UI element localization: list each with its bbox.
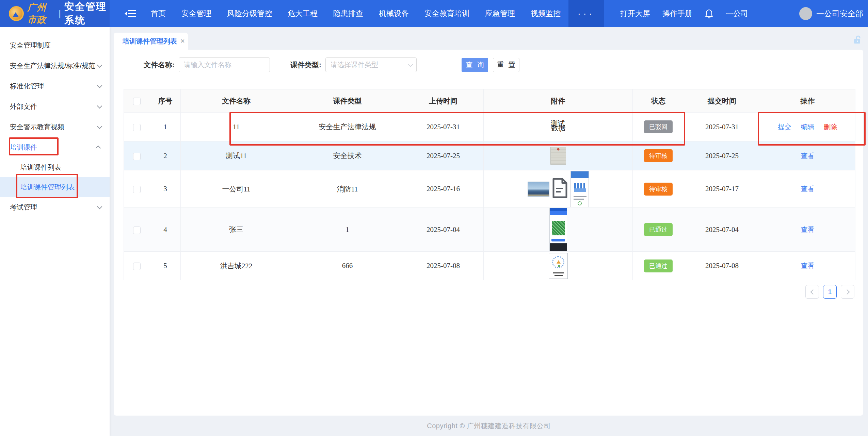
file-name-label: 文件名称: [144,60,175,70]
copyright-text: Copyright © 广州穗建建造科技有限公司 [427,421,550,431]
attachment-certificate-image[interactable] [550,147,566,165]
next-page-button[interactable] [841,285,854,299]
row-checkbox[interactable] [133,227,141,234]
status-badge: 待审核 [644,183,673,196]
nav-item-4[interactable]: 隐患排查 [325,0,371,27]
col-attachment: 附件 [484,89,633,113]
status-badge: 已通过 [644,259,673,272]
attachment-photo-image[interactable] [528,182,549,197]
app-title: 安全管理系统 [64,0,110,27]
unlocked-padlock-icon[interactable] [852,35,863,46]
col-upload-time: 上传时间 [403,89,484,113]
attachment-emblem-image[interactable] [549,253,568,279]
nav-item-3[interactable]: 危大工程 [280,0,325,27]
file-name-input[interactable] [179,57,270,72]
attachment-poster-image[interactable] [570,171,589,207]
attachment-phone-screenshot-image[interactable] [549,208,567,251]
view-action-link[interactable]: 查看 [801,262,815,269]
chevron-down-icon [97,103,102,108]
nav-item-1[interactable]: 安全管理 [174,0,219,27]
sidebar-subitem-courseware-list[interactable]: 培训课件列表 [0,157,110,177]
view-action-link[interactable]: 查看 [801,185,815,192]
nav-item-8[interactable]: 视频监控 [523,0,568,27]
query-button[interactable]: 查 询 [462,58,488,72]
sidebar-subitem-courseware-manage-list[interactable]: 培训课件管理列表 [0,177,110,197]
courseware-type-select[interactable]: 请选择课件类型 [325,57,417,72]
col-file-name: 文件名称 [181,89,292,113]
navbar-right: 打开大屏 操作手册 一公司 一公司安全部 [608,0,868,27]
table-header-row: 序号 文件名称 课件类型 上传时间 附件 状态 提交时间 操作 [124,89,855,113]
sidebar: 安全管理制度 安全生产法律法规/标准/规范 标准化管理 外部文件 安全警示教育视… [0,27,110,436]
logo-divider: | [59,9,61,19]
view-action-link[interactable]: 查看 [801,152,815,160]
submit-action-link[interactable]: 提交 [778,123,791,131]
col-type: 课件类型 [292,89,403,113]
page-1-button[interactable]: 1 [823,285,837,299]
top-navbar: 广州市政 | 安全管理系统 首页安全管理风险分级管控危大工程隐患排查机械设备安全… [0,0,868,27]
chevron-left-icon [810,289,816,295]
sidebar-item-warning-videos[interactable]: 安全警示教育视频 [0,117,110,137]
sidebar-item-safety-rules[interactable]: 安全管理制度 [0,35,110,55]
logo-area: 广州市政 | 安全管理系统 [0,0,110,27]
chevron-down-icon [408,62,413,66]
courseware-type-label: 课件类型: [290,60,321,70]
chevron-down-icon [97,123,102,129]
status-badge: 已驳回 [644,120,673,133]
col-no: 序号 [150,89,181,113]
status-badge: 待审核 [644,149,673,162]
company-menu[interactable]: 一公司 [726,9,748,19]
open-big-screen-button[interactable]: 打开大屏 [620,9,650,19]
nav-item-5[interactable]: 机械设备 [371,0,417,27]
table-row: 4 张三 1 2025-07-04 已通过 2025-07-04 [124,208,855,252]
col-submit-time: 提交时间 [684,89,760,113]
row-checkbox[interactable] [133,124,141,131]
select-all-checkbox[interactable] [133,98,141,105]
attachment-document-file-icon[interactable] [551,178,568,201]
attachment-overlapping-text[interactable]: 测试 数据 , [484,117,632,137]
table-row: 2 测试11 安全技术 2025-07-25 待审核 2025-07-25 查看 [124,141,855,170]
reset-button[interactable]: 重 置 [493,58,519,72]
collapse-sidebar-icon[interactable] [125,9,136,19]
main-content-card: 文件名称: 课件类型: 请选择课件类型 查 询 重 置 序号 文件名称 [114,50,863,416]
manual-button[interactable]: 操作手册 [662,9,692,19]
sidebar-item-exam-management[interactable]: 考试管理 [0,197,110,217]
chevron-down-icon [97,83,102,88]
chevron-down-icon [97,62,102,68]
logo-text: 广州市政 [27,1,54,26]
sidebar-item-external-files[interactable]: 外部文件 [0,96,110,117]
user-department-label[interactable]: 一公司安全部 [816,9,863,19]
nav-item-0[interactable]: 首页 [143,0,174,27]
sidebar-item-training-courseware[interactable]: 培训课件 [0,137,110,157]
edit-action-link[interactable]: 编辑 [801,123,815,131]
status-badge: 已通过 [644,223,673,236]
sidebar-item-laws[interactable]: 安全生产法律法规/标准/规范 [0,55,110,76]
company-logo-icon [9,6,24,21]
pagination: 1 [114,285,854,299]
sidebar-item-standardization[interactable]: 标准化管理 [0,76,110,96]
nav-item-6[interactable]: 安全教育培训 [417,0,477,27]
table-row: 1 11 安全生产法律法规 2025-07-31 测试 数据 , 已驳回 202… [124,113,855,141]
footer: Copyright © 广州穗建建造科技有限公司 [110,416,868,436]
delete-action-link[interactable]: 删除 [824,123,837,131]
col-actions: 操作 [760,89,855,113]
nav-menu: 首页安全管理风险分级管控危大工程隐患排查机械设备安全教育培训应急管理视频监控 [143,0,568,27]
tab-courseware-manage-list[interactable]: 培训课件管理列表 × [114,33,188,50]
row-checkbox[interactable] [133,263,141,270]
courseware-table: 序号 文件名称 课件类型 上传时间 附件 状态 提交时间 操作 1 11 安全生… [124,89,855,280]
tab-close-icon[interactable]: × [180,37,185,45]
table-row: 5 洪吉城222 666 2025-07-08 已通过 2025-07-08 [124,252,855,280]
row-checkbox[interactable] [133,186,141,193]
tab-label: 培训课件管理列表 [123,37,177,46]
table-row: 3 一公司11 消防11 2025-07-16 [124,170,855,208]
nav-item-7[interactable]: 应急管理 [477,0,523,27]
view-action-link[interactable]: 查看 [801,226,815,233]
filter-bar: 文件名称: 课件类型: 请选择课件类型 查 询 重 置 [114,50,863,72]
user-avatar[interactable] [799,7,812,20]
row-checkbox[interactable] [133,153,141,160]
tab-bar: 培训课件管理列表 × [110,27,868,50]
bell-icon[interactable] [705,9,713,18]
nav-more-button[interactable]: ··· [568,0,604,27]
prev-page-button[interactable] [805,285,819,299]
nav-item-2[interactable]: 风险分级管控 [219,0,280,27]
chevron-right-icon [844,289,850,295]
